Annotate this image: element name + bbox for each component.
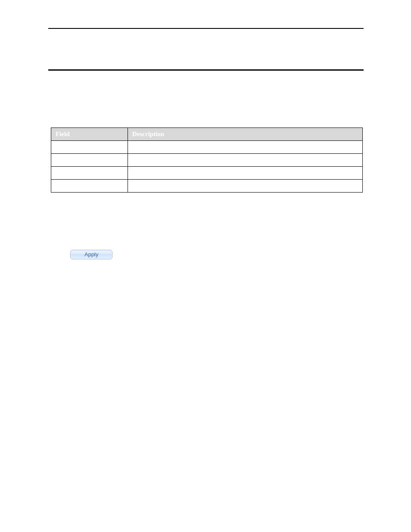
table-row: Mask Area 1-4 Activate/Deactivate the re…: [51, 154, 363, 167]
step-bold: Privacy Mask: [102, 224, 140, 231]
apply-button[interactable]: Apply: [70, 250, 112, 259]
step-text: .: [140, 224, 142, 231]
arrow-icon: ➔: [93, 224, 102, 231]
table-cell: Mask Area 1-4: [51, 154, 128, 167]
page-number: 48: [356, 503, 363, 510]
table-cell: Activate/Deactivate the respective Mask …: [128, 154, 363, 167]
divider-top: [48, 28, 364, 29]
step-1: 1. Go to Camera ➔ Privacy Mask.: [48, 223, 364, 233]
table-cell: Select a color for the Mask Area.: [128, 167, 363, 180]
table-row: Delete Delete selected Mask Area. First …: [51, 180, 363, 193]
section-title: Setting Privacy Masks: [48, 53, 143, 65]
step-text: to save the settings.: [114, 250, 165, 257]
step-text: 1. Go to: [48, 224, 71, 231]
divider-section: [48, 69, 364, 71]
intro-paragraph: You can have parts of the image made rec…: [48, 81, 364, 100]
table-cell: Color: [51, 167, 128, 180]
table-cell: Delete: [51, 180, 128, 193]
field-table: Field Description Channel Select a camer…: [51, 128, 363, 193]
table-row: Color Select a color for the Mask Area.: [51, 167, 363, 180]
step-text: 2. Click: [48, 250, 70, 257]
table-header-row: Field Description: [51, 128, 363, 141]
table-row: Channel Select a camera for which you wa…: [51, 141, 363, 154]
table-cell: Select a camera for which you want to ap…: [128, 141, 363, 154]
step-2: 2. Click Apply to save the settings.: [48, 249, 364, 259]
table-cell: Channel: [51, 141, 128, 154]
step-bold: Camera: [71, 224, 93, 231]
table-header-desc: Description: [128, 128, 363, 141]
table-cell: Delete selected Mask Area. First click t…: [128, 180, 363, 193]
table-header-field: Field: [51, 128, 128, 141]
